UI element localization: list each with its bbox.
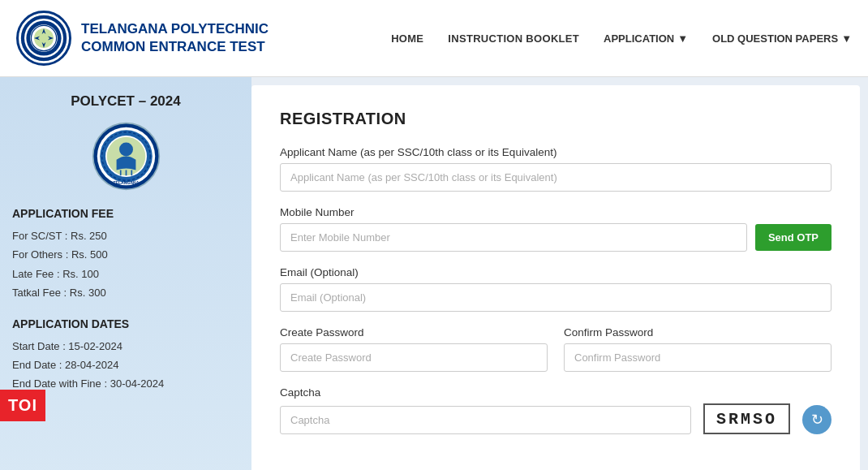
fee-section-title: APPLICATION FEE	[12, 207, 239, 220]
confirm-password-input[interactable]	[564, 343, 831, 372]
captcha-group: Captcha SRMSO ↻	[280, 386, 831, 434]
dates-section: APPLICATION DATES Start Date : 15-02-202…	[12, 317, 239, 394]
applicant-name-label: Applicant Name (as per SSC/10th class or…	[280, 146, 831, 158]
nav-links: HOME INSTRUCTION BOOKLET APPLICATION ▼ O…	[391, 32, 852, 45]
create-password-input[interactable]	[280, 343, 548, 372]
nav-application[interactable]: APPLICATION ▼	[604, 32, 688, 45]
nav-home[interactable]: HOME	[391, 32, 423, 45]
create-password-label: Create Password	[280, 326, 548, 338]
fee-item-2: Late Fee : Rs. 100	[12, 265, 239, 283]
date-item-0: Start Date : 15-02-2024	[12, 337, 239, 356]
email-group: Email (Optional)	[280, 266, 831, 312]
send-otp-button[interactable]: Send OTP	[755, 224, 831, 251]
mobile-number-group: Mobile Number Send OTP	[280, 206, 831, 252]
applicant-name-group: Applicant Name (as per SSC/10th class or…	[280, 146, 831, 192]
fee-item-1: For Others : Rs. 500	[12, 245, 239, 264]
chevron-down-icon: ▼	[677, 32, 688, 45]
mobile-row: Send OTP	[280, 223, 831, 252]
confirm-password-group: Confirm Password	[564, 326, 831, 372]
navbar-brand[interactable]: T TELANGANA POLYTECHNIC COMMON ENTRANCE …	[16, 11, 269, 66]
mobile-number-input[interactable]	[280, 223, 747, 252]
create-password-group: Create Password	[280, 326, 548, 372]
toi-badge: TOI	[0, 390, 45, 421]
captcha-input[interactable]	[280, 406, 691, 434]
fee-item-3: Tatkal Fee : Rs. 300	[12, 283, 239, 302]
captcha-refresh-button[interactable]: ↻	[802, 405, 831, 434]
navbar-title: TELANGANA POLYTECHNIC COMMON ENTRANCE TE…	[81, 20, 269, 56]
chevron-down-icon: ▼	[841, 32, 852, 45]
fee-section: APPLICATION FEE For SC/ST : Rs. 250 For …	[12, 207, 239, 303]
sidebar-emblem: TELANGANA	[12, 122, 239, 191]
password-row: Create Password Confirm Password	[280, 326, 831, 386]
svg-point-12	[119, 143, 133, 157]
nav-instruction-booklet[interactable]: INSTRUCTION BOOKLET	[448, 32, 579, 45]
captcha-image: SRMSO	[703, 403, 790, 434]
navbar: T TELANGANA POLYTECHNIC COMMON ENTRANCE …	[0, 0, 868, 77]
nav-old-question-papers[interactable]: OLD QUESTION PAPERS ▼	[712, 32, 852, 45]
date-item-1: End Date : 28-04-2024	[12, 356, 239, 374]
main-container: POLYCET – 2024 TELANGANA APPLICATION FEE…	[0, 77, 868, 470]
svg-text:TELANGANA: TELANGANA	[113, 180, 139, 185]
email-label: Email (Optional)	[280, 266, 831, 278]
fee-item-0: For SC/ST : Rs. 250	[12, 226, 239, 245]
dates-section-title: APPLICATION DATES	[12, 317, 239, 330]
mobile-number-label: Mobile Number	[280, 206, 831, 218]
registration-title: REGISTRATION	[280, 110, 831, 128]
email-input[interactable]	[280, 283, 831, 312]
refresh-icon: ↻	[811, 411, 823, 429]
confirm-password-label: Confirm Password	[564, 326, 831, 338]
navbar-logo: T	[16, 11, 71, 66]
sidebar-title: POLYCET – 2024	[12, 93, 239, 110]
captcha-label: Captcha	[280, 386, 831, 399]
captcha-row: SRMSO ↻	[280, 403, 831, 434]
date-item-2: End Date with Fine : 30-04-2024	[12, 374, 239, 393]
applicant-name-input[interactable]	[280, 163, 831, 192]
registration-form-area: REGISTRATION Applicant Name (as per SSC/…	[251, 85, 860, 470]
captcha-input-group	[280, 406, 691, 434]
